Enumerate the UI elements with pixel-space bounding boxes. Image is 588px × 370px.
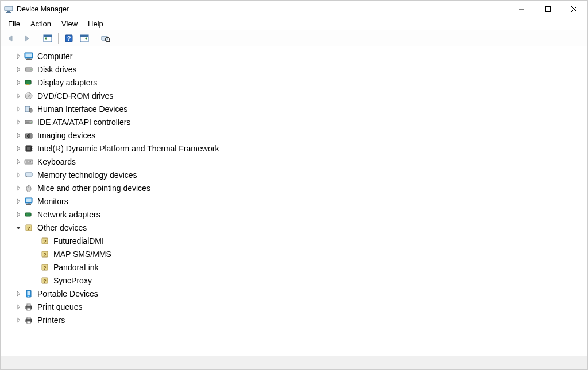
- tree-node-imaging[interactable]: Imaging devices: [14, 128, 587, 142]
- chevron-right-icon[interactable]: [14, 79, 22, 87]
- other-icon: [24, 223, 34, 233]
- tree-node-label: Network adapters: [37, 208, 100, 221]
- action-button[interactable]: [78, 32, 91, 45]
- help-button[interactable]: ?: [62, 32, 76, 45]
- tree-node-label: Other devices: [37, 221, 87, 234]
- window-title: Device Manager: [17, 5, 508, 13]
- chevron-right-icon[interactable]: [14, 118, 22, 126]
- memory-icon: [24, 170, 34, 180]
- computer-icon: [24, 51, 34, 61]
- chevron-right-icon[interactable]: [14, 105, 22, 113]
- tree-node-map-sms-mms[interactable]: MAP SMS/MMS: [14, 247, 587, 260]
- disk-icon: [24, 64, 34, 75]
- mouse-icon: [24, 183, 34, 193]
- tree-node-mice[interactable]: Mice and other pointing devices: [14, 181, 587, 194]
- tree-node-label: Computer: [37, 50, 72, 63]
- content-area: ComputerDisk drivesDisplay adaptersDVD/C…: [1, 46, 587, 356]
- unknown-icon: [40, 275, 50, 286]
- tree-node-intel-dptf[interactable]: Intel(R) Dynamic Platform and Thermal Fr…: [14, 142, 587, 155]
- tree-node-label: Human Interface Devices: [37, 103, 127, 115]
- svg-rect-4: [546, 7, 551, 12]
- tree-node-computer[interactable]: Computer: [14, 49, 587, 63]
- chevron-right-icon[interactable]: [14, 52, 22, 60]
- menu-view[interactable]: View: [56, 18, 83, 29]
- tree-node-label: SyncProxy: [53, 274, 92, 287]
- tree-node-ide[interactable]: IDE ATA/ATAPI controllers: [14, 115, 587, 128]
- tree-node-label: Print queues: [37, 301, 83, 313]
- chevron-right-icon[interactable]: [14, 145, 22, 153]
- tree-node-label: Printers: [37, 314, 65, 326]
- svg-rect-8: [44, 35, 52, 37]
- menu-action[interactable]: Action: [25, 18, 56, 29]
- tree-node-label: Monitors: [37, 195, 68, 208]
- svg-rect-12: [80, 35, 88, 37]
- tree-node-label: IDE ATA/ATAPI controllers: [37, 116, 130, 128]
- svg-rect-0: [5, 6, 13, 11]
- status-cell: [524, 356, 587, 369]
- tree-node-other[interactable]: Other devices: [14, 221, 587, 234]
- menu-file[interactable]: File: [3, 18, 25, 29]
- toolbar-separator: [37, 33, 37, 44]
- tree-node-label: Mice and other pointing devices: [37, 182, 150, 194]
- chevron-right-icon[interactable]: [14, 316, 22, 324]
- menu-help[interactable]: Help: [83, 18, 109, 29]
- chevron-right-icon[interactable]: [14, 131, 22, 139]
- tree-node-disk-drives[interactable]: Disk drives: [14, 63, 587, 76]
- tree-node-label: MAP SMS/MMS: [53, 248, 111, 260]
- unknown-icon: [40, 249, 50, 259]
- toolbar-separator: [95, 33, 95, 44]
- window-controls: [508, 1, 587, 18]
- toolbar: ?: [1, 30, 587, 46]
- chevron-right-icon[interactable]: [14, 290, 22, 298]
- tree-node-memory-tech[interactable]: Memory technology devices: [14, 168, 587, 181]
- tree-node-syncproxy[interactable]: SyncProxy: [14, 274, 587, 287]
- svg-rect-1: [7, 11, 10, 12]
- tree-node-dvd-cd-rom[interactable]: DVD/CD-ROM drives: [14, 89, 587, 102]
- tree-node-label: Intel(R) Dynamic Platform and Thermal Fr…: [37, 142, 219, 155]
- tree-node-network[interactable]: Network adapters: [14, 208, 587, 221]
- tree-node-display-adapters[interactable]: Display adapters: [14, 76, 587, 89]
- printer-icon: [24, 302, 34, 312]
- close-button[interactable]: [561, 1, 587, 18]
- chip-icon: [24, 143, 34, 154]
- tree-node-futuredialdmi[interactable]: FuturedialDMI: [14, 234, 587, 247]
- tree-node-hid[interactable]: Human Interface Devices: [14, 102, 587, 115]
- chevron-right-icon[interactable]: [14, 92, 22, 100]
- tree-node-print-queues[interactable]: Print queues: [14, 300, 587, 313]
- device-tree[interactable]: ComputerDisk drivesDisplay adaptersDVD/C…: [1, 47, 587, 356]
- display-adapter-icon: [24, 77, 34, 88]
- show-hide-tree-button[interactable]: [41, 32, 55, 45]
- tree-node-pandoralink[interactable]: PandoraLink: [14, 260, 587, 274]
- maximize-button[interactable]: [535, 1, 561, 18]
- tree-node-keyboards[interactable]: Keyboards: [14, 155, 587, 168]
- status-cell: [1, 356, 524, 369]
- tree-node-label: DVD/CD-ROM drives: [37, 89, 113, 102]
- chevron-right-icon[interactable]: [14, 171, 22, 179]
- forward-button[interactable]: [20, 32, 33, 45]
- chevron-right-icon[interactable]: [14, 65, 22, 73]
- chevron-right-icon[interactable]: [14, 184, 22, 192]
- statusbar: [1, 356, 587, 369]
- tree-node-printers[interactable]: Printers: [14, 313, 587, 326]
- chevron-right-icon[interactable]: [14, 303, 22, 311]
- minimize-button[interactable]: [508, 1, 535, 18]
- svg-rect-2: [6, 12, 11, 13]
- tree-node-portable[interactable]: Portable Devices: [14, 287, 587, 300]
- unknown-icon: [40, 262, 50, 272]
- hid-icon: [24, 104, 34, 114]
- svg-line-15: [109, 41, 110, 42]
- chevron-right-icon[interactable]: [14, 158, 22, 166]
- chevron-right-icon[interactable]: [14, 211, 22, 219]
- unknown-icon: [40, 236, 50, 246]
- tree-node-label: Imaging devices: [37, 129, 95, 142]
- chevron-down-icon[interactable]: [14, 224, 22, 232]
- scan-hardware-button[interactable]: [99, 32, 113, 45]
- ide-icon: [24, 117, 34, 127]
- camera-icon: [24, 130, 34, 141]
- back-button[interactable]: [4, 32, 18, 45]
- toolbar-separator: [58, 33, 59, 44]
- network-icon: [24, 209, 34, 220]
- portable-icon: [24, 289, 34, 299]
- chevron-right-icon[interactable]: [14, 197, 22, 205]
- tree-node-monitors[interactable]: Monitors: [14, 194, 587, 208]
